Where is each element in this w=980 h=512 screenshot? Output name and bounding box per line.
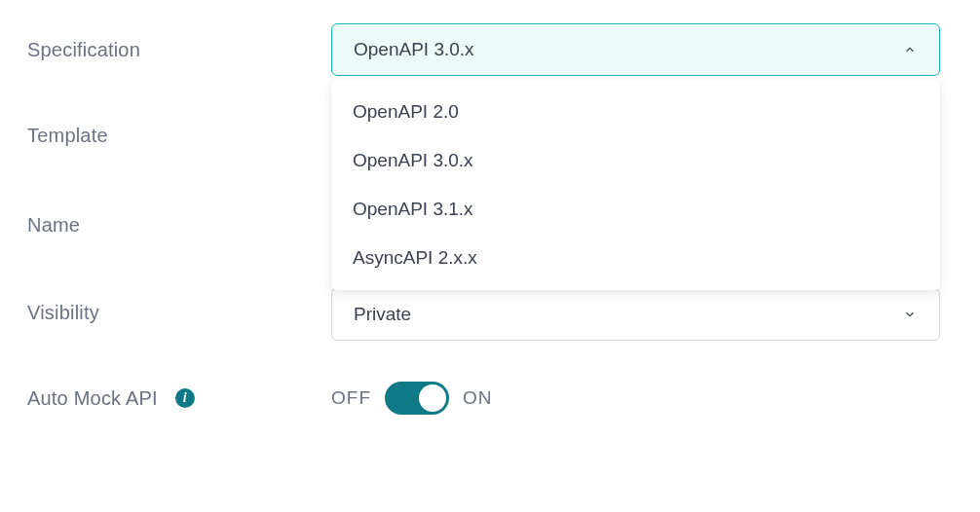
create-api-form: Specification OpenAPI 3.0.x OpenAPI 2.0 … [0, 0, 980, 446]
auto-mock-toggle-group: OFF ON [331, 374, 940, 422]
label-name: Name [27, 214, 80, 237]
label-template: Template [27, 125, 108, 147]
specification-option[interactable]: OpenAPI 2.0 [331, 88, 940, 136]
specification-select[interactable]: OpenAPI 3.0.x [331, 23, 940, 76]
label-auto-mock-api: Auto Mock API [27, 387, 158, 410]
visibility-selected-value: Private [354, 304, 411, 325]
visibility-select[interactable]: Private [331, 288, 940, 341]
chevron-down-icon [902, 307, 918, 322]
toggle-knob [419, 384, 446, 412]
label-visibility: Visibility [27, 302, 99, 324]
label-specification: Specification [27, 35, 140, 61]
row-visibility: Visibility Private [27, 288, 953, 341]
row-specification: Specification OpenAPI 3.0.x OpenAPI 2.0 … [27, 23, 953, 76]
specification-option[interactable]: OpenAPI 3.1.x [331, 185, 940, 234]
toggle-on-label: ON [463, 387, 493, 409]
specification-dropdown: OpenAPI 2.0 OpenAPI 3.0.x OpenAPI 3.1.x … [331, 80, 940, 290]
toggle-off-label: OFF [331, 387, 371, 409]
chevron-up-icon [902, 42, 918, 57]
row-auto-mock-api: Auto Mock API i OFF ON [27, 374, 953, 422]
specification-option[interactable]: AsyncAPI 2.x.x [331, 234, 940, 282]
specification-option[interactable]: OpenAPI 3.0.x [331, 136, 940, 185]
specification-selected-value: OpenAPI 3.0.x [354, 39, 474, 60]
info-icon[interactable]: i [175, 388, 195, 408]
auto-mock-toggle[interactable] [385, 382, 449, 415]
